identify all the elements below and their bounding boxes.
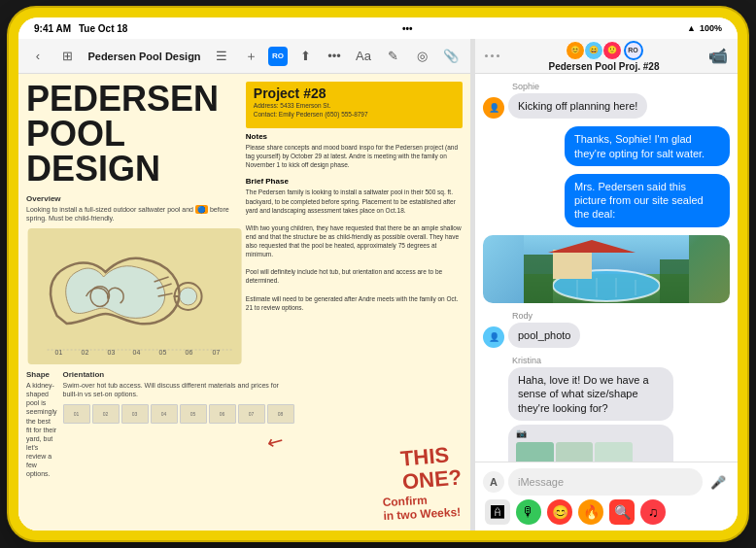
messages-toolbar-dots: [485, 54, 499, 57]
sender-rody: Rody: [483, 311, 730, 321]
back-button[interactable]: ‹: [26, 45, 50, 68]
pool-photo: [483, 235, 730, 303]
message-group-rody: Rody 👤 pool_photo: [483, 311, 730, 348]
thumb-03: 03: [121, 404, 149, 424]
format-button[interactable]: Aa: [352, 45, 375, 68]
messages-header-center: 😊 😄 🙂 RO Pedersen Pool Proj. #28: [549, 41, 660, 72]
messages-toolbar: 😊 😄 🙂 RO Pedersen Pool Proj. #28 📹: [475, 39, 738, 74]
photos-grid: [516, 442, 633, 462]
sender-sophie: Sophie: [483, 82, 730, 91]
project-number: Project #28: [254, 86, 455, 101]
bubble-sent-1: Thanks, Sophie! I'm glad they're opting …: [565, 126, 730, 166]
big-title: PEDERSEN POOL DESIGN: [26, 82, 243, 187]
shape-orientation-section: Shape A kidney-shaped pool is seemingly …: [26, 370, 243, 484]
message-row-sophie: 👤 Kicking off planning here!: [483, 93, 730, 119]
sender-kristina: Kristina: [483, 356, 730, 365]
split-view: ‹ ⊞ Pedersen Pool Design ☰ ＋ RO ⬆ ••• Aa…: [18, 39, 738, 531]
draw-button[interactable]: ✎: [381, 45, 404, 68]
notes-doc-title: Pedersen Pool Design: [85, 51, 204, 62]
message-group-sent-2: Mrs. Pedersen said this picture from our…: [483, 174, 730, 303]
notes-right-column: Project #28 Address: 5433 Emerson St. Co…: [246, 82, 463, 523]
mic-button[interactable]: 🎤: [706, 470, 730, 494]
wifi-icon: ▲: [687, 23, 696, 33]
message-row-kristina: 👤 Haha, love it! Do we have a sense of w…: [483, 367, 730, 462]
ro-button[interactable]: RO: [268, 47, 288, 66]
thumb-06: 06: [209, 404, 236, 424]
music-button[interactable]: ♫: [640, 499, 666, 525]
shape-text: A kidney-shaped pool is seemingly the be…: [26, 381, 57, 478]
time: 9:41 AM: [34, 23, 71, 34]
notes-section-body: Please share concepts and mood board ins…: [246, 143, 463, 169]
notes-left-column: PEDERSEN POOL DESIGN Overview Looking to…: [26, 82, 243, 523]
bubble-sophie: Kicking off planning here!: [508, 93, 647, 119]
appstore-button[interactable]: 🅰: [485, 499, 510, 525]
ro-avatar: RO: [624, 41, 643, 60]
project-details: Address: 5433 Emerson St. Contact: Emily…: [254, 101, 455, 119]
message-row-rody: 👤 pool_photo: [483, 323, 730, 348]
message-group-sent-1: Thanks, Sophie! I'm glad they're opting …: [483, 126, 730, 166]
sticker-button[interactable]: 🔥: [578, 499, 603, 525]
video-call-button[interactable]: 📹: [708, 47, 728, 65]
svg-rect-25: [553, 250, 592, 279]
input-placeholder: iMessage: [518, 476, 564, 488]
add-button[interactable]: ＋: [239, 45, 262, 68]
attach-button[interactable]: 📎: [439, 45, 463, 68]
bubble-kristina: Haha, love it! Do we have a sense of wha…: [508, 367, 673, 421]
thumb-05: 05: [180, 404, 207, 424]
rody-avatar: 😄: [584, 41, 603, 60]
messages-group-title: Pedersen Pool Proj. #28: [549, 61, 660, 72]
photos-attachment[interactable]: 📷 🖼 12 Photos: [508, 425, 673, 462]
message-input-field[interactable]: iMessage: [508, 468, 703, 496]
thumb-01: 01: [63, 404, 90, 424]
bubble-sent-2: Mrs. Pedersen said this picture from our…: [565, 174, 730, 227]
status-bar: 9:41 AM Tue Oct 18 ••• ▲ 100%: [18, 17, 738, 39]
message-row-sent-1: Thanks, Sophie! I'm glad they're opting …: [483, 126, 730, 166]
svg-rect-24: [660, 259, 689, 303]
ipad-screen: 9:41 AM Tue Oct 18 ••• ▲ 100% ‹ ⊞ Peders…: [18, 17, 738, 531]
brief-header: Brief Phase: [246, 177, 463, 186]
svg-point-5: [180, 288, 197, 305]
bubble-rody: pool_photo: [508, 323, 580, 348]
date: Tue Oct 18: [79, 23, 127, 34]
message-row-sent-2: Mrs. Pedersen said this picture from our…: [483, 174, 730, 227]
sophie-avatar-small: 👤: [483, 97, 504, 119]
rody-avatar-small: 👤: [483, 326, 504, 348]
dots: •••: [402, 23, 413, 34]
kristina-message-content: Haha, love it! Do we have a sense of wha…: [508, 367, 673, 462]
apps-row: 🅰 🎙 😊 🔥 🔍 ♫: [483, 499, 730, 525]
memoji-button[interactable]: 😊: [547, 499, 572, 525]
message-group-sophie: Sophie 👤 Kicking off planning here!: [483, 82, 730, 119]
share-button[interactable]: ⬆: [293, 45, 317, 68]
brief-body: The Pedersen family is looking to instal…: [246, 188, 463, 311]
search-button[interactable]: 🔍: [609, 499, 635, 525]
thumb-04: 04: [151, 404, 178, 424]
sophie-avatar: 😊: [566, 41, 585, 60]
list-button[interactable]: ☰: [210, 45, 233, 68]
svg-rect-23: [524, 255, 553, 303]
pool-sketch: 01 02 03 04 05 06 07: [26, 228, 243, 364]
input-row: A iMessage 🎤: [483, 468, 730, 496]
ipad-frame: 9:41 AM Tue Oct 18 ••• ▲ 100% ‹ ⊞ Peders…: [9, 8, 747, 540]
messages-list[interactable]: Sophie 👤 Kicking off planning here! Than…: [475, 74, 738, 462]
messages-panel: 😊 😄 🙂 RO Pedersen Pool Proj. #28 📹 Sophi…: [475, 39, 738, 531]
overview-header: Overview: [26, 194, 243, 203]
project-header: Project #28 Address: 5433 Emerson St. Co…: [246, 82, 463, 128]
sidebar-button[interactable]: ⊞: [55, 45, 79, 68]
audio-button[interactable]: 🎙: [516, 499, 541, 525]
photos-label: 📷: [516, 428, 666, 440]
notes-panel: ‹ ⊞ Pedersen Pool Design ☰ ＋ RO ⬆ ••• Aa…: [18, 39, 471, 531]
thumb-02: 02: [92, 404, 120, 424]
notes-toolbar: ‹ ⊞ Pedersen Pool Design ☰ ＋ RO ⬆ ••• Aa…: [18, 39, 470, 74]
notes-page: PEDERSEN POOL DESIGN Overview Looking to…: [18, 74, 470, 531]
overview-text: Looking to install a full-sized outdoor …: [26, 205, 243, 223]
pin-button[interactable]: ◎: [410, 45, 433, 68]
kristina-avatar: 🙂: [602, 41, 622, 60]
notes-section-header: Notes: [246, 132, 463, 141]
apps-button[interactable]: A: [483, 471, 504, 493]
more-button[interactable]: •••: [323, 45, 346, 68]
message-group-kristina: Kristina 👤 Haha, love it! Do we have a s…: [483, 356, 730, 462]
notes-content: PEDERSEN POOL DESIGN Overview Looking to…: [18, 74, 470, 531]
shape-header: Shape: [26, 370, 57, 379]
battery: 100%: [700, 23, 722, 33]
sent-photo-container: [483, 231, 730, 303]
